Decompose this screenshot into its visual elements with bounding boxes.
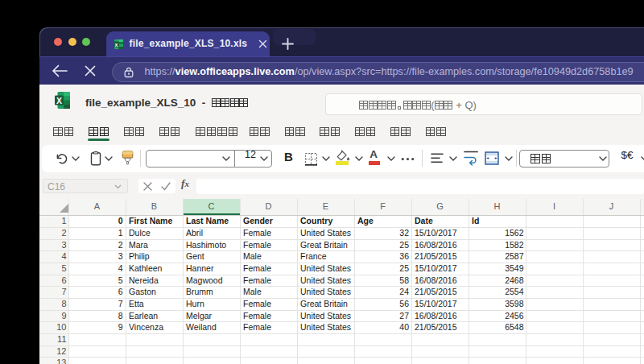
svg-text:x: x (115, 41, 118, 47)
svg-text:X: X (56, 96, 62, 105)
